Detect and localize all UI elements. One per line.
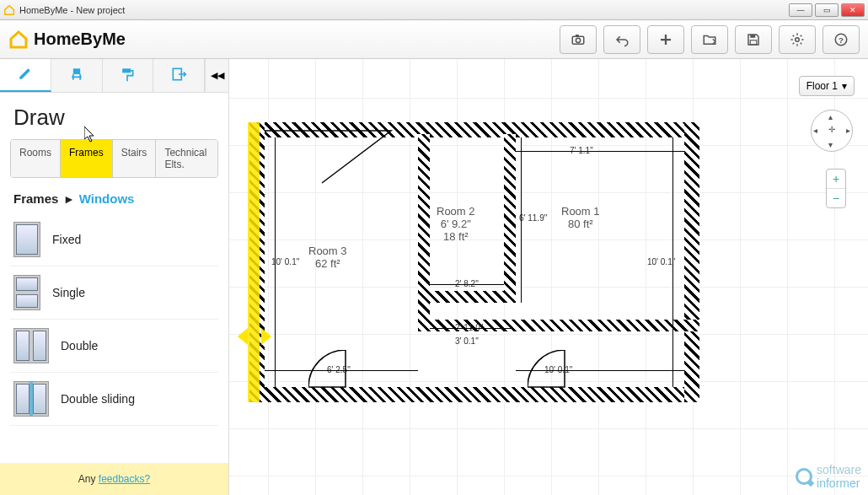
svg-point-1	[576, 38, 580, 42]
help-button[interactable]: ?	[822, 25, 860, 54]
sidebar-heading: Draw	[0, 93, 228, 139]
app-logo: HomeByMe	[8, 30, 126, 50]
breadcrumb-leaf[interactable]: Windows	[79, 191, 135, 206]
dimline	[430, 328, 514, 329]
wall-interior-h1[interactable]	[418, 291, 516, 303]
zoom-out-button[interactable]: −	[827, 189, 845, 207]
chair-icon	[68, 66, 85, 86]
sidebar-collapse-button[interactable]: ◀◀	[205, 59, 228, 92]
zoom-control: + −	[826, 169, 846, 208]
undo-button[interactable]	[603, 25, 640, 54]
floor-label: Floor 1	[806, 80, 838, 92]
navigation-pad[interactable]: ▴ ▾ ◂ ▸ ✛	[811, 110, 853, 152]
item-label: Fixed	[52, 233, 81, 246]
subtab-frames[interactable]: Frames	[61, 140, 113, 177]
main-area: ◀◀ Draw Rooms Frames Stairs Technical El…	[0, 59, 868, 495]
dim-right-upper: 6' 11.9"	[519, 213, 547, 223]
mode-tab-furnish[interactable]	[51, 59, 103, 92]
item-fixed-window[interactable]: Fixed	[10, 213, 218, 266]
app-icon	[3, 4, 15, 16]
room-3-label: Room 3 62 ft²	[308, 245, 347, 270]
chevron-right-icon: ▸	[66, 191, 72, 206]
room-2-label: Room 2 6' 9.2" 18 ft²	[437, 205, 475, 243]
item-label: Single	[52, 286, 85, 299]
wall-handle-right[interactable]	[261, 328, 271, 345]
export-icon	[170, 66, 187, 86]
dimline	[265, 370, 418, 371]
feedback-bar: Any feedbacks?	[0, 463, 228, 495]
dimline	[521, 137, 522, 303]
add-button[interactable]	[647, 25, 684, 54]
double-sliding-thumb	[13, 381, 49, 417]
subtab-rooms[interactable]: Rooms	[11, 140, 61, 177]
maximize-button[interactable]: ▭	[815, 3, 839, 17]
item-single-window[interactable]: Single	[10, 266, 218, 320]
mode-tab-export[interactable]	[153, 59, 205, 92]
floor-selector[interactable]: Floor 1 ▾	[799, 76, 855, 96]
room-dim: 6' 9.2"	[441, 218, 471, 230]
dim-mid3: 3' 0.1"	[455, 336, 479, 346]
feedback-prefix: Any	[78, 473, 99, 485]
floorplan-canvas[interactable]: Room 3 62 ft² Room 2 6' 9.2" 18 ft² Room…	[229, 59, 868, 495]
dimline	[275, 137, 276, 387]
item-double-sliding-window[interactable]: Double sliding	[10, 373, 218, 426]
sidebar: ◀◀ Draw Rooms Frames Stairs Technical El…	[0, 59, 229, 495]
room-area: 62 ft²	[308, 257, 347, 270]
door-swing-1[interactable]	[265, 114, 399, 190]
wall-right[interactable]	[684, 122, 699, 402]
camera-button[interactable]	[560, 25, 597, 54]
breadcrumb-root[interactable]: Frames	[13, 191, 58, 206]
svg-rect-3	[750, 35, 755, 38]
draw-subtabs: Rooms Frames Stairs Technical Elts.	[10, 139, 218, 178]
wall-handle-left[interactable]	[238, 328, 248, 345]
dimline	[516, 370, 684, 371]
item-double-window[interactable]: Double	[10, 320, 218, 373]
svg-rect-2	[576, 35, 579, 36]
nav-down-icon[interactable]: ▾	[828, 140, 833, 149]
svg-text:?: ?	[839, 35, 844, 44]
app-name: HomeByMe	[34, 30, 126, 49]
watermark: software informer	[796, 463, 861, 490]
mode-tab-draw[interactable]	[0, 59, 51, 92]
mode-tab-decorate[interactable]	[103, 59, 154, 92]
selected-wall[interactable]	[248, 122, 260, 402]
room-name: Room 3	[308, 245, 347, 257]
double-window-thumb	[13, 328, 49, 363]
dimline	[672, 137, 673, 387]
watermark-line1: software	[817, 463, 861, 476]
nav-left-icon[interactable]: ◂	[813, 126, 817, 135]
open-folder-button[interactable]	[691, 25, 728, 54]
nav-up-icon[interactable]: ▴	[828, 112, 833, 121]
item-label: Double sliding	[61, 392, 135, 406]
window-title: HomeByMe - New project	[19, 5, 125, 15]
floor-plan[interactable]: Room 3 62 ft² Room 2 6' 9.2" 18 ft² Room…	[249, 122, 699, 402]
subtab-technical[interactable]: Technical Elts.	[156, 140, 217, 177]
single-window-thumb	[13, 275, 40, 310]
room-area: 80 ft²	[561, 218, 600, 230]
magnifier-icon	[796, 468, 812, 485]
minimize-button[interactable]: —	[789, 3, 812, 17]
feedback-link[interactable]: feedbacks?	[99, 473, 150, 485]
mode-tabs: ◀◀	[0, 59, 228, 93]
watermark-line2: informer	[817, 476, 861, 490]
svg-rect-4	[750, 40, 757, 44]
window-titlebar: HomeByMe - New project — ▭ ✕	[0, 0, 868, 20]
save-button[interactable]	[735, 25, 772, 54]
nav-center-icon[interactable]: ✛	[828, 125, 835, 134]
room-1-label: Room 1 80 ft²	[561, 205, 600, 230]
room-area: 18 ft²	[437, 230, 475, 243]
pencil-icon	[17, 65, 34, 85]
nav-right-icon[interactable]: ▸	[846, 126, 850, 135]
room-name: Room 2	[437, 205, 475, 218]
wall-interior-2[interactable]	[504, 134, 516, 303]
fixed-window-thumb	[13, 222, 40, 257]
settings-button[interactable]	[779, 25, 816, 54]
subtab-stairs[interactable]: Stairs	[113, 140, 157, 177]
chevron-down-icon: ▾	[842, 80, 847, 92]
dimline	[516, 151, 684, 152]
close-button[interactable]: ✕	[841, 3, 865, 17]
svg-rect-8	[72, 68, 79, 74]
window-type-list: Fixed Single Double Double sliding	[0, 213, 228, 426]
zoom-in-button[interactable]: +	[827, 169, 845, 189]
breadcrumb: Frames ▸ Windows	[0, 178, 228, 213]
